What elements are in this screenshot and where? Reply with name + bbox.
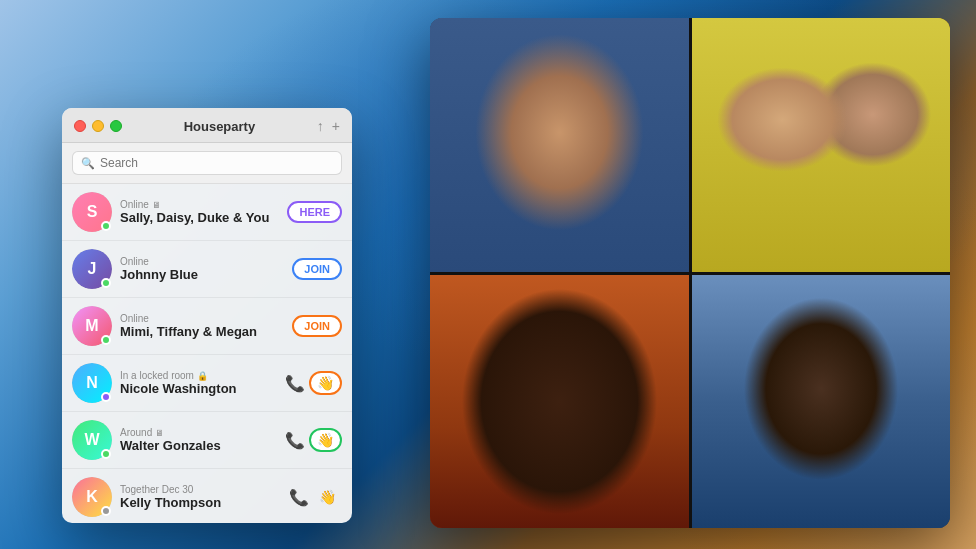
- avatar-wrap: W: [72, 420, 112, 460]
- action-icons: 📞 👋: [285, 428, 342, 452]
- list-item[interactable]: J Online Johnny Blue JOIN: [62, 241, 352, 298]
- video-cell-4: [692, 275, 951, 529]
- add-icon[interactable]: +: [332, 118, 340, 134]
- action-icons: 📞 👋: [285, 371, 342, 395]
- join-button[interactable]: JOIN: [292, 258, 342, 280]
- search-bar: 🔍: [62, 143, 352, 184]
- lock-icon: 🔒: [197, 371, 208, 381]
- here-button[interactable]: HERE: [287, 201, 342, 223]
- search-icon: 🔍: [81, 157, 95, 170]
- avatar-wrap: S: [72, 192, 112, 232]
- video-panel: [430, 18, 950, 528]
- contact-action: 📞 👋: [289, 487, 342, 507]
- wave-button[interactable]: 👋: [309, 371, 342, 395]
- avatar-wrap: K: [72, 477, 112, 517]
- contact-name: Mimi, Tiffany & Megan: [120, 324, 284, 339]
- avatar-wrap: N: [72, 363, 112, 403]
- status-text: Online 🖥: [120, 199, 279, 210]
- contact-info: Online 🖥 Sally, Daisy, Duke & You: [120, 199, 279, 225]
- sidebar-panel: Houseparty ↑ + 🔍 S Online 🖥: [62, 108, 352, 523]
- status-dot: [101, 221, 111, 231]
- list-item[interactable]: N In a locked room 🔒 Nicole Washington 📞…: [62, 355, 352, 412]
- list-item[interactable]: K Together Dec 30 Kelly Thompson 📞 👋: [62, 469, 352, 523]
- video-feed-2: [692, 18, 951, 272]
- avatar-wrap: J: [72, 249, 112, 289]
- video-cell-3: [430, 275, 689, 529]
- contact-info: Online Johnny Blue: [120, 256, 284, 282]
- video-feed-4: [692, 275, 951, 529]
- contact-info: Online Mimi, Tiffany & Megan: [120, 313, 284, 339]
- search-input-wrap[interactable]: 🔍: [72, 151, 342, 175]
- status-dot: [101, 335, 111, 345]
- contact-action: HERE: [287, 201, 342, 223]
- video-feed-3: [430, 275, 689, 529]
- wave-button[interactable]: 👋: [313, 487, 342, 507]
- status-text: Online: [120, 313, 284, 324]
- upload-icon[interactable]: ↑: [317, 118, 324, 134]
- status-text: Together Dec 30: [120, 484, 281, 495]
- titlebar: Houseparty ↑ +: [62, 108, 352, 143]
- call-icon[interactable]: 📞: [289, 488, 309, 507]
- contact-name: Nicole Washington: [120, 381, 277, 396]
- status-dot: [101, 392, 111, 402]
- list-item[interactable]: S Online 🖥 Sally, Daisy, Duke & You HERE: [62, 184, 352, 241]
- status-dot: [101, 506, 111, 516]
- close-button[interactable]: [74, 120, 86, 132]
- action-icons: 📞 👋: [289, 487, 342, 507]
- contacts-list: S Online 🖥 Sally, Daisy, Duke & You HERE…: [62, 184, 352, 523]
- maximize-button[interactable]: [110, 120, 122, 132]
- contact-action: JOIN: [292, 258, 342, 280]
- video-feed-1: [430, 18, 689, 272]
- list-item[interactable]: M Online Mimi, Tiffany & Megan JOIN: [62, 298, 352, 355]
- status-text: Online: [120, 256, 284, 267]
- video-cell-1: [430, 18, 689, 272]
- join-button[interactable]: JOIN: [292, 315, 342, 337]
- status-dot: [101, 278, 111, 288]
- wave-button[interactable]: 👋: [309, 428, 342, 452]
- contact-action: 📞 👋: [285, 371, 342, 395]
- monitor-icon: 🖥: [152, 200, 161, 210]
- titlebar-icons: ↑ +: [317, 118, 340, 134]
- contact-info: Around 🖥 Walter Gonzales: [120, 427, 277, 453]
- search-input[interactable]: [100, 156, 333, 170]
- contact-info: In a locked room 🔒 Nicole Washington: [120, 370, 277, 396]
- contact-name: Sally, Daisy, Duke & You: [120, 210, 279, 225]
- app-title: Houseparty: [122, 119, 317, 134]
- list-item[interactable]: W Around 🖥 Walter Gonzales 📞 👋: [62, 412, 352, 469]
- contact-action: JOIN: [292, 315, 342, 337]
- status-text: In a locked room 🔒: [120, 370, 277, 381]
- traffic-lights: [74, 120, 122, 132]
- video-cell-2: [692, 18, 951, 272]
- avatar-wrap: M: [72, 306, 112, 346]
- status-dot: [101, 449, 111, 459]
- call-icon[interactable]: 📞: [285, 374, 305, 393]
- contact-action: 📞 👋: [285, 428, 342, 452]
- contact-info: Together Dec 30 Kelly Thompson: [120, 484, 281, 510]
- contact-name: Johnny Blue: [120, 267, 284, 282]
- contact-name: Walter Gonzales: [120, 438, 277, 453]
- status-text: Around 🖥: [120, 427, 277, 438]
- call-icon[interactable]: 📞: [285, 431, 305, 450]
- minimize-button[interactable]: [92, 120, 104, 132]
- monitor-icon: 🖥: [155, 428, 164, 438]
- contact-name: Kelly Thompson: [120, 495, 281, 510]
